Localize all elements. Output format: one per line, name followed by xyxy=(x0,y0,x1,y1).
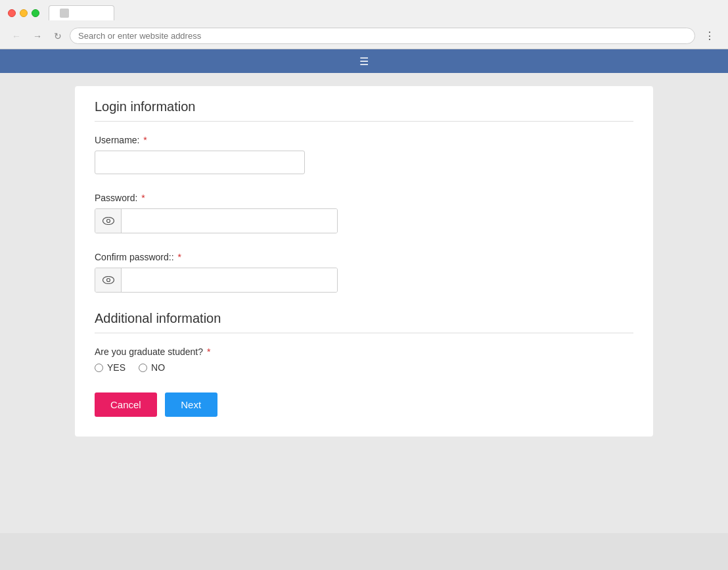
eye-icon-confirm xyxy=(102,276,114,284)
hamburger-menu-icon[interactable]: ☰ xyxy=(359,55,369,68)
reload-button[interactable]: ↻ xyxy=(50,29,66,43)
password-input[interactable] xyxy=(122,209,337,233)
username-required-star: * xyxy=(143,135,147,145)
svg-point-1 xyxy=(106,220,110,223)
close-window-button[interactable] xyxy=(8,9,16,17)
username-input[interactable] xyxy=(95,151,305,174)
browser-menu-button[interactable]: ⋮ xyxy=(699,27,720,45)
graduate-yes-label: YES xyxy=(107,362,125,373)
password-required-star: * xyxy=(141,193,145,203)
svg-point-2 xyxy=(102,277,114,284)
browser-titlebar xyxy=(0,0,728,24)
traffic-lights xyxy=(8,9,39,17)
tab-favicon xyxy=(60,9,69,18)
username-group: Username: * xyxy=(95,135,633,174)
graduate-no-radio[interactable] xyxy=(139,364,147,372)
maximize-window-button[interactable] xyxy=(32,9,39,17)
forward-button[interactable]: → xyxy=(29,29,46,43)
browser-chrome: ← → ↻ ⋮ xyxy=(0,0,728,49)
confirm-password-label: Confirm password:: * xyxy=(95,252,633,262)
graduate-yes-radio[interactable] xyxy=(95,364,103,372)
confirm-password-group: Confirm password:: * xyxy=(95,252,633,293)
graduate-question-label: Are you graduate student? * xyxy=(95,346,633,357)
password-input-wrapper xyxy=(95,208,338,233)
password-group: Password: * xyxy=(95,193,633,233)
action-buttons: Cancel Next xyxy=(95,392,633,417)
back-button[interactable]: ← xyxy=(8,29,25,43)
confirm-password-input-wrapper xyxy=(95,268,338,293)
cancel-button[interactable]: Cancel xyxy=(95,392,157,417)
login-section-title: Login information xyxy=(95,99,633,122)
password-toggle-visibility-button[interactable] xyxy=(95,209,122,233)
additional-section-title: Additional information xyxy=(95,311,633,333)
username-label: Username: * xyxy=(95,135,633,145)
browser-toolbar: ← → ↻ ⋮ xyxy=(0,24,728,49)
confirm-password-input[interactable] xyxy=(122,268,337,292)
minimize-window-button[interactable] xyxy=(20,9,28,17)
page-content: Login information Username: * Password: … xyxy=(0,73,728,533)
svg-point-0 xyxy=(102,218,114,225)
address-bar[interactable] xyxy=(70,28,695,44)
app-navbar: ☰ xyxy=(0,49,728,73)
password-label: Password: * xyxy=(95,193,633,203)
graduate-yes-option[interactable]: YES xyxy=(95,362,125,373)
next-button[interactable]: Next xyxy=(165,392,217,417)
graduate-radio-group: YES NO xyxy=(95,362,633,373)
graduate-group: Are you graduate student? * YES NO xyxy=(95,346,633,373)
graduate-no-option[interactable]: NO xyxy=(139,362,165,373)
form-container: Login information Username: * Password: … xyxy=(75,86,653,437)
graduate-no-label: NO xyxy=(151,362,165,373)
confirm-password-toggle-visibility-button[interactable] xyxy=(95,268,122,292)
confirm-password-required-star: * xyxy=(177,252,181,262)
svg-point-3 xyxy=(106,279,110,282)
eye-icon xyxy=(102,217,114,225)
graduate-required-star: * xyxy=(207,346,210,357)
browser-tab[interactable] xyxy=(49,5,114,20)
